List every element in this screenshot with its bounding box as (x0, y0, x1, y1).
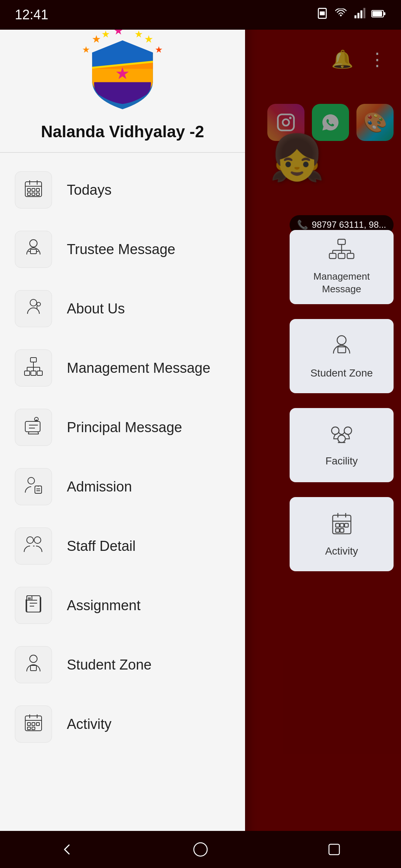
svg-rect-57 (30, 358, 36, 362)
menu-item-activity[interactable]: Activity (0, 694, 245, 754)
svg-rect-13 (329, 253, 336, 259)
svg-rect-15 (347, 253, 354, 259)
activity-card-label: Activity (325, 545, 358, 557)
student-zone-icon (24, 654, 43, 676)
svg-rect-94 (27, 727, 30, 730)
svg-rect-91 (27, 723, 30, 726)
student-zone-card[interactable]: Student Zone (290, 319, 394, 393)
student-zone-label: Student Zone (67, 657, 151, 673)
management-card-icon (329, 239, 355, 266)
svg-rect-7 (384, 12, 385, 15)
svg-rect-22 (338, 347, 346, 353)
facility-card[interactable]: Facility (290, 408, 394, 482)
trustee-icon (24, 238, 43, 260)
management-card-label: ManagementMessage (313, 270, 370, 296)
about-icon-box (15, 290, 52, 327)
menu-item-principal[interactable]: Principal Message (0, 398, 245, 457)
svg-rect-49 (36, 188, 39, 191)
svg-rect-92 (32, 723, 35, 726)
svg-point-24 (344, 427, 352, 434)
bottom-nav (0, 831, 401, 868)
management-label: Management Message (67, 360, 211, 376)
svg-point-76 (34, 537, 41, 543)
management-card[interactable]: ManagementMessage (290, 230, 394, 304)
svg-rect-58 (25, 371, 30, 375)
svg-rect-66 (25, 421, 40, 432)
svg-rect-12 (338, 239, 345, 244)
phone-number: 98797 63111, 98... (312, 220, 386, 230)
facility-card-label: Facility (325, 455, 358, 467)
svg-point-70 (28, 477, 35, 484)
staff-label: Staff Detail (67, 538, 136, 554)
svg-rect-31 (340, 523, 344, 527)
svg-point-21 (337, 336, 346, 345)
svg-text:★: ★ (144, 33, 153, 45)
svg-text:★: ★ (115, 65, 130, 82)
back-button[interactable] (52, 835, 82, 864)
student-zone-card-label: Student Zone (310, 367, 373, 379)
school-logo: ★ ★ ★ ★ ★ ★ ★ (78, 22, 167, 111)
svg-point-25 (338, 435, 345, 443)
svg-rect-14 (338, 253, 345, 259)
svg-rect-2 (355, 15, 356, 18)
svg-rect-60 (37, 371, 42, 375)
svg-rect-5 (363, 8, 365, 18)
signal-icon (353, 7, 365, 22)
svg-rect-97 (329, 844, 339, 855)
svg-text:★: ★ (82, 45, 90, 55)
right-cards: ManagementMessage Student Zone (282, 230, 394, 579)
activity-icon-box (15, 706, 52, 743)
svg-point-56 (37, 302, 40, 306)
svg-text:★: ★ (134, 29, 143, 40)
todays-icon-box (15, 171, 52, 208)
menu-item-management[interactable]: Management Message (0, 338, 245, 398)
activity-card[interactable]: Activity (290, 497, 394, 571)
menu-item-assignment[interactable]: Assignment (0, 576, 245, 635)
menu-item-trustee[interactable]: Trustee Message (0, 220, 245, 279)
management-icon (24, 357, 43, 379)
side-drawer: ★ ★ ★ ★ ★ ★ ★ (0, 0, 245, 868)
svg-rect-30 (336, 523, 339, 527)
recent-button[interactable] (319, 835, 349, 864)
assignment-icon-box (15, 587, 52, 624)
sim-icon (316, 7, 328, 22)
staff-icon-box (15, 527, 52, 565)
svg-rect-4 (361, 10, 362, 18)
status-icons (316, 7, 386, 22)
menu-item-about[interactable]: About Us (0, 279, 245, 338)
trustee-label: Trustee Message (67, 241, 175, 257)
svg-point-96 (194, 843, 207, 856)
menu-item-todays[interactable]: Todays (0, 160, 245, 220)
svg-rect-8 (372, 11, 382, 16)
about-icon (24, 297, 43, 320)
todays-label: Todays (67, 182, 111, 198)
svg-rect-34 (340, 529, 344, 532)
battery-icon (371, 8, 386, 22)
menu-item-staff[interactable]: Staff Detail (0, 516, 245, 576)
svg-text:★: ★ (101, 29, 110, 40)
assignment-icon (24, 594, 43, 617)
svg-point-53 (30, 240, 37, 247)
status-time: 12:41 (15, 7, 48, 23)
admission-icon-box (15, 468, 52, 505)
principal-label: Principal Message (67, 420, 182, 435)
student-zone-card-icon (330, 333, 354, 363)
assignment-label: Assignment (67, 598, 141, 614)
admission-icon (24, 476, 43, 498)
home-button[interactable] (186, 835, 215, 864)
menu-list: Todays Trustee Message (0, 153, 245, 761)
svg-rect-95 (32, 727, 35, 730)
student-zone-icon-box (15, 646, 52, 683)
svg-text:★: ★ (155, 45, 163, 55)
principal-icon (24, 416, 43, 438)
activity-label: Activity (67, 716, 111, 732)
svg-point-85 (30, 655, 37, 662)
svg-rect-52 (36, 193, 39, 195)
menu-item-student-zone[interactable]: Student Zone (0, 635, 245, 694)
svg-rect-47 (27, 188, 30, 191)
menu-item-admission[interactable]: Admission (0, 457, 245, 516)
activity-icon (24, 713, 43, 735)
school-name: Nalanda Vidhyalay -2 (41, 122, 204, 141)
svg-point-75 (27, 537, 33, 543)
status-bar: 12:41 (0, 0, 401, 30)
